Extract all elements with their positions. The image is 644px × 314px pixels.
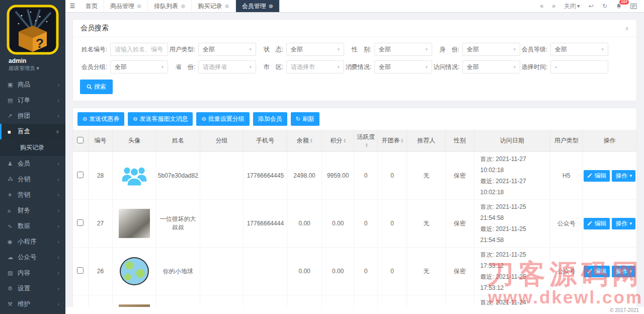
edit-button[interactable]: 编辑 — [584, 170, 610, 182]
sidebar-item-distribution[interactable]: ⁂ 分销 ‹ — [0, 172, 65, 187]
user-type-select[interactable]: 全部▾ — [198, 43, 256, 56]
member-group-select[interactable]: 全部▾ — [110, 60, 168, 73]
close-icon[interactable]: ⊗ — [137, 3, 141, 10]
status-select[interactable]: 全部▾ — [286, 43, 344, 56]
sort-icon[interactable]: ▴▾ — [344, 138, 346, 143]
visit-dates: 首次: 2021-11-25 17:53:12 最近: 2021-11-25 1… — [474, 248, 550, 295]
visit-select[interactable]: 全部▾ — [462, 60, 520, 73]
col-points: 积分▴▾ — [321, 130, 354, 152]
tab-goods-management[interactable]: 商品管理⊗ — [104, 0, 148, 12]
sidebar-item-settings[interactable]: ⚙ 设置 ‹ — [0, 281, 65, 296]
row-checkbox[interactable] — [77, 267, 84, 274]
sidebar-item-blindbox[interactable]: ■ 盲盒 ∨ — [0, 124, 65, 139]
consume-select[interactable]: 全部▾ — [374, 60, 432, 73]
tab-queue-list[interactable]: 排队列表⊗ — [148, 0, 192, 12]
message-panel-icon[interactable] — [630, 4, 637, 9]
name-id-input[interactable] — [115, 46, 164, 53]
row-checkbox[interactable] — [77, 172, 84, 178]
select-all-checkbox[interactable] — [77, 137, 84, 143]
close-tabs-dropdown[interactable]: 关闭▾ — [564, 2, 580, 11]
user-role-dropdown[interactable]: 超级管理员 ▾ — [0, 64, 65, 75]
chevron-left-icon: ‹ — [58, 161, 59, 167]
sidebar-item-data[interactable]: ∿ 数据 ‹ — [0, 218, 65, 234]
box-icon: ■ — [8, 129, 18, 135]
chevron-down-icon: ▾ — [601, 47, 604, 52]
member-phone: 17766664444 — [244, 200, 287, 248]
network-icon: ⁂ — [8, 176, 18, 183]
sidebar-item-marketing[interactable]: ✈ 营销 ‹ — [0, 187, 65, 203]
sidebar-menu: ▣ 商品 ‹ ▤ 订单 ‹ ↗ 拼团 ‹ ■ 盲盒 ∨ 购买记录 — [0, 77, 65, 314]
avatar — [120, 257, 149, 285]
sidebar-item-finance[interactable]: ¤ 财务 ‹ — [0, 203, 65, 218]
tab-member-management[interactable]: 会员管理⊗ — [236, 0, 280, 12]
member-phone — [244, 248, 287, 295]
tabs-scroll-right-icon[interactable]: » — [552, 3, 555, 10]
close-icon[interactable]: ⊗ — [269, 3, 273, 10]
tab-home[interactable]: 首页 — [79, 0, 104, 12]
batch-group-button[interactable]: ⊖批量设置分组 — [196, 112, 249, 126]
chevron-down-icon: ▾ — [249, 47, 252, 52]
edit-button[interactable]: 编辑 — [584, 266, 610, 277]
wrench-icon: ⚒ — [8, 301, 18, 307]
gender-select[interactable]: 全部▾ — [374, 43, 432, 56]
sidebar-item-orders[interactable]: ▤ 订单 ‹ — [0, 93, 65, 108]
sidebar-item-miniapp[interactable]: ◉ 小程序 ‹ — [0, 234, 65, 250]
member-level-select[interactable]: 全部▾ — [550, 43, 608, 56]
chevron-left-icon: ‹ — [58, 255, 59, 260]
notifications-bell-icon[interactable]: 107 — [616, 3, 622, 10]
send-message-button[interactable]: ⊖发送客服图文消息 — [128, 112, 193, 126]
sort-icon[interactable]: ▴▾ — [310, 138, 312, 143]
more-actions-button[interactable]: 操作▾ — [612, 218, 635, 229]
sidebar-item-goods[interactable]: ▣ 商品 ‹ — [0, 77, 65, 93]
member-group — [200, 200, 244, 248]
app-logo[interactable]: ? — [0, 0, 65, 56]
sidebar-subitem-purchase-records[interactable]: 购买记录 — [0, 139, 65, 156]
identity-select[interactable]: 全部▾ — [462, 43, 520, 56]
col-id: 编号 — [88, 130, 112, 152]
sort-icon[interactable]: ▴▾ — [366, 143, 368, 147]
member-name: 5b07e30dad82 — [156, 152, 200, 200]
member-points: 0.00 — [321, 200, 354, 248]
return-icon[interactable]: ↩ — [589, 3, 594, 10]
sidebar-item-members[interactable]: ♟ 会员 ‹ — [0, 156, 65, 172]
refresh-list-button[interactable]: ↻刷新 — [291, 112, 319, 126]
more-actions-button[interactable]: 操作▾ — [612, 170, 635, 182]
collapse-panel-icon[interactable]: ∧ — [625, 25, 629, 32]
refresh-icon: ↻ — [296, 116, 300, 122]
close-icon[interactable]: ⊗ — [224, 3, 229, 10]
send-coupon-button[interactable]: ⊖发送优惠券 — [77, 112, 124, 126]
table-row: 27 一位很坏的大叔叔 17766664444 0.00 0.00 0 0 无 … — [73, 200, 636, 248]
sidebar-item-groupbuy[interactable]: ↗ 拼团 ‹ — [0, 108, 65, 124]
chevron-left-icon: ‹ — [58, 239, 59, 245]
tab-purchase-records[interactable]: 购买记录⊗ — [192, 0, 235, 12]
province-select[interactable]: 请选择省▾ — [198, 60, 256, 73]
member-table-panel: ⊖发送优惠券 ⊖发送客服图文消息 ⊖批量设置分组 添加会员 ↻刷新 编号 头像 — [72, 108, 637, 307]
tabs-scroll-left-icon[interactable]: « — [540, 3, 543, 10]
edit-button[interactable]: 编辑 — [584, 218, 610, 229]
sidebar-item-maintenance[interactable]: ⚒ 维护 ‹ — [0, 296, 65, 312]
city-select[interactable]: 请选择市▾ — [286, 60, 344, 73]
content-icon: ▨ — [8, 270, 18, 276]
time-range-input[interactable] — [555, 63, 604, 70]
table-row: 26 你的小地球 0.00 0.00 0 0 无 保密 — [73, 248, 636, 295]
refresh-icon[interactable]: ↻ — [602, 3, 607, 10]
row-checkbox[interactable] — [77, 219, 84, 226]
member-points: 0.00 — [321, 248, 354, 295]
add-member-button[interactable]: 添加会员 — [253, 112, 287, 126]
member-balance: 0.00 — [287, 295, 322, 307]
more-actions-button[interactable]: 操作▾ — [612, 266, 635, 277]
sidebar-item-official-account[interactable]: ☁ 公众号 ‹ — [0, 250, 65, 265]
avatar — [119, 304, 150, 307]
search-button[interactable]: 搜索 — [80, 80, 113, 94]
sidebar-item-content[interactable]: ▨ 内容 ‹ — [0, 265, 65, 281]
member-group — [200, 152, 244, 200]
member-group — [200, 248, 244, 295]
col-phone: 手机号 — [244, 130, 287, 152]
sort-icon[interactable]: ▴▾ — [401, 138, 403, 143]
member-referrer: 无 — [407, 295, 446, 307]
order-list-icon: ▤ — [8, 97, 18, 104]
member-icon: ♟ — [8, 161, 18, 167]
send-coupon-icon: ⊖ — [83, 116, 87, 122]
hamburger-menu-icon[interactable]: ☰ — [65, 0, 79, 12]
close-icon[interactable]: ⊗ — [181, 3, 185, 10]
